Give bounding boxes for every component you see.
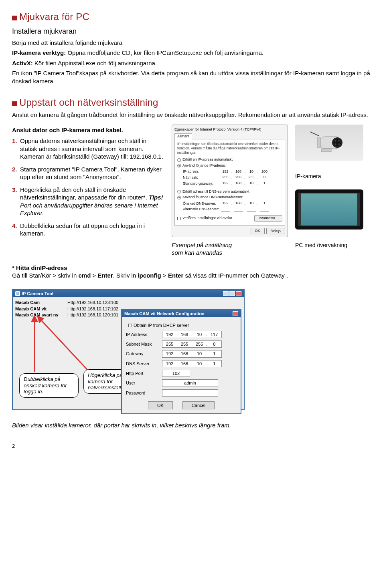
radio-auto-dns-label: Erhåll adress till DNS-servern automatis… (182, 189, 249, 194)
hitta-heading: * Hitta dinIP-adress (12, 264, 373, 272)
cancel-button[interactable]: Avbryt (266, 228, 285, 234)
window-title: IP Camera Tool (22, 291, 53, 296)
heading-2-text: Uppstart och nätverksinställning (19, 96, 158, 109)
tab-allmant[interactable]: Allmänt (174, 133, 192, 139)
cfg-pwd-label: Password (126, 390, 162, 396)
hitta-enter1: Enter (97, 272, 113, 279)
cfg-dns-label: DNS Server (126, 361, 162, 366)
step-1: Öppna datorns nätverksinställningar och … (20, 137, 164, 161)
radio-auto-ip[interactable] (177, 158, 181, 162)
hitta-tail: så visas ditt IP-nummer och Gateway . (183, 272, 288, 279)
gw-value[interactable]: 192. 168. 10. 1 (221, 181, 269, 186)
step-num-2: 2. (12, 165, 20, 181)
caption-1a: Exempel på inställning (172, 241, 288, 249)
step-num-1: 1. (12, 137, 20, 161)
ip-value[interactable]: 192. 168. 10. 200 (221, 169, 269, 175)
dhcp-label: Obtain IP from DHCP server (134, 322, 189, 328)
para-4: En ikon "IP Camera Tool"skapas på skrivb… (12, 69, 373, 85)
config-close-button[interactable] (233, 311, 238, 316)
heading-text: Mjukvara för PC (19, 10, 89, 23)
close-button[interactable] (236, 291, 241, 296)
svg-point-3 (335, 140, 336, 142)
cfg-ip-input[interactable]: 192.168.10.117 (162, 331, 222, 338)
cfg-port-label: Http Port (126, 371, 162, 376)
cfg-user-input[interactable]: admin (162, 379, 218, 387)
cfg-user-label: User (126, 380, 162, 386)
step-3a: Högerklicka på den och ställ in önskade … (20, 186, 147, 201)
window-buttons (223, 291, 241, 296)
subheading-1: Installera mjukvaran (12, 27, 373, 36)
cfg-pwd-input[interactable] (162, 389, 218, 397)
gw-label: Standard-gateway: (183, 181, 221, 186)
cfg-ip-label: IP Address (126, 332, 162, 337)
subheading-2: Anslut dator och IP-kamera med kabel. (12, 126, 164, 134)
camera-image (295, 125, 363, 161)
ip-camera-tool-window: ◎ IP Camera Tool Macab CamHttp://192.168… (12, 289, 245, 410)
list-item[interactable]: Macab CamHttp://192.168.10.123:100 (15, 300, 241, 306)
cfg-port-input[interactable]: 102 (162, 370, 190, 377)
hitta-c2: > (161, 272, 168, 279)
dns1-value[interactable]: 192. 168. 10. 1 (221, 201, 269, 206)
window-titlebar: ◎ IP Camera Tool (13, 290, 244, 297)
dialog-desc: IP-inställningar kan tilldelas automatis… (177, 142, 282, 155)
config-titlebar: Macab CAM vit Network Configuration (122, 310, 241, 317)
config-title: Macab CAM vit Network Configuration (124, 311, 205, 316)
para-2: IP-kamera verktyg: Öppna medföljande CD,… (12, 49, 373, 57)
laptop-screen (301, 193, 357, 226)
para-3: ActivX: Kör filen Appinstall.exe och föl… (12, 59, 373, 67)
step-3: Högerklicka på den och ställ in önskade … (20, 186, 164, 217)
tcpip-dialog: Egenskaper för Internet Protocol Version… (172, 125, 288, 237)
radio-static-dns[interactable] (177, 196, 181, 199)
maximize-button[interactable] (229, 291, 235, 296)
svg-point-5 (335, 143, 336, 145)
step-2: Starta programmet "IP Camera Tool". Kame… (20, 165, 164, 181)
cfg-ok-button[interactable]: OK (148, 401, 173, 409)
radio-static-dns-label: Använd följande DNS-serveradresser: (182, 195, 243, 200)
step-3c: Port och användaruppgifter ändras senare… (20, 202, 158, 217)
svg-line-11 (37, 316, 91, 373)
dns2-value[interactable]: . . . (221, 207, 269, 212)
cfg-dns-input[interactable]: 192.168.10.1 (162, 360, 222, 367)
cfg-sm-input[interactable]: 255.255.255.0 (162, 340, 222, 348)
caption-1: Exempel på inställning som kan användas (172, 241, 288, 257)
hitta-e: . Skriv in (113, 272, 138, 279)
svg-line-8 (310, 132, 319, 136)
radio-static-ip[interactable] (177, 164, 181, 167)
label-ipkamera: IP-kamera verktyg: (12, 49, 66, 56)
svg-point-2 (334, 139, 340, 146)
mask-label: Nätmask: (183, 175, 221, 180)
cfg-gw-input[interactable]: 192.168.10.1 (162, 350, 222, 357)
advanced-button[interactable]: Avancerat... (254, 215, 282, 222)
laptop-image (295, 189, 363, 230)
page-number: 2 (12, 443, 373, 450)
steps-list: 1. Öppna datorns nätverksinställningar o… (12, 137, 164, 238)
svg-rect-9 (321, 149, 331, 152)
radio-auto-dns[interactable] (177, 190, 181, 193)
ok-button[interactable]: OK (251, 228, 265, 234)
hitta-c: > (91, 272, 97, 279)
bubble-doubleclick: Dubbelklicka på önskad kamera för logga … (19, 373, 79, 398)
minimize-button[interactable] (223, 291, 229, 296)
end-caption: Bilden visar inställda kameror, där port… (12, 421, 373, 429)
label-pc: PC med övervakning (295, 242, 347, 249)
verify-label: Verifiera inställningar vid avslut (182, 216, 232, 221)
caption-1b: som kan användas (172, 249, 288, 257)
hitta-ipconfig: ipconfig (138, 272, 161, 279)
app-icon: ◎ (15, 291, 20, 296)
svg-point-4 (338, 140, 340, 142)
dns2-label: Alternativ DNS-server: (183, 207, 221, 212)
step-4: Dubbelklicka sedan för att öppna och log… (20, 222, 164, 238)
hitta-cmd: cmd (78, 272, 91, 279)
hitta-a: Gå till Star/Kör > skriv in (12, 272, 78, 279)
svg-point-6 (338, 143, 340, 145)
dhcp-checkbox[interactable] (128, 324, 132, 327)
step-3-tips: Tips! (149, 194, 163, 201)
label-ipkamera: IP-kamera (295, 173, 321, 180)
cfg-cancel-button[interactable]: Cancel (182, 401, 215, 409)
network-config-dialog: Macab CAM vit Network Configuration Obta… (121, 309, 241, 414)
mask-value[interactable]: 255. 255. 255. 0 (221, 175, 269, 180)
verify-checkbox[interactable] (177, 217, 181, 220)
para-2-text: Öppna medföljande CD, kör filen IPCamSet… (66, 49, 263, 56)
step-num-3: 3. (12, 186, 20, 217)
para-5: Anslut en kamera åt gången trådbundet fö… (12, 111, 373, 119)
